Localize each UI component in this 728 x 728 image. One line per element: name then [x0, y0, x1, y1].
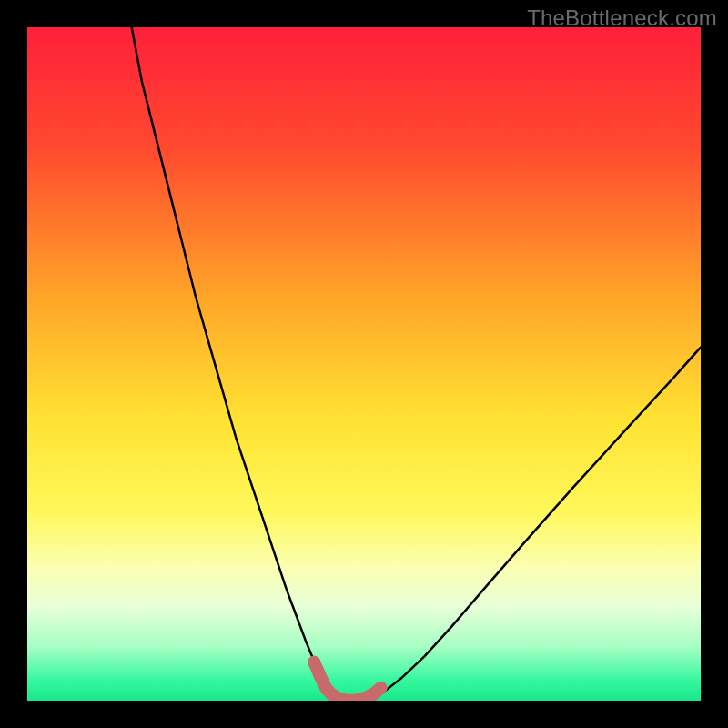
series-minimum-highlight-point — [315, 672, 328, 684]
series-minimum-highlight-point — [308, 656, 320, 669]
chart-frame: TheBottleneck.com — [0, 0, 728, 728]
gradient-background — [27, 27, 701, 701]
plot-area — [27, 27, 701, 701]
bottleneck-chart — [27, 27, 701, 701]
watermark-label: TheBottleneck.com — [527, 5, 717, 31]
series-minimum-highlight-point — [375, 682, 388, 694]
